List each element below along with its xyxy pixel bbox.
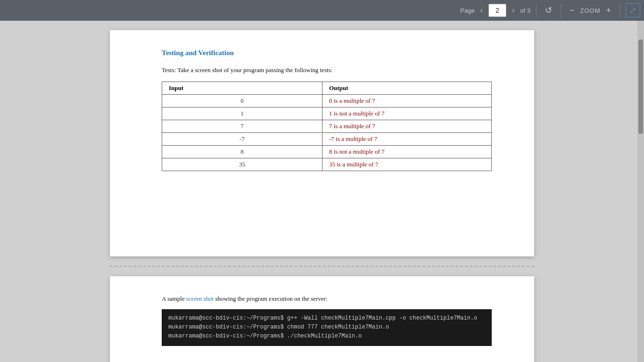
page-card-2: A sample screen shot showing the program… — [110, 276, 534, 362]
zoom-label: ZOOM — [580, 7, 600, 14]
total-pages: of 3 — [520, 7, 530, 14]
fit-button[interactable]: ⤢ — [626, 3, 640, 17]
terminal-intro-after: showing the program execution on the ser… — [214, 295, 328, 302]
table-cell-output: 8 is not a multiple of 7 — [322, 146, 492, 158]
zoom-out-button[interactable]: − — [567, 4, 578, 17]
terminal-intro-before: A sample — [162, 295, 186, 302]
test-table: Input Output 00 is a multiple of 711 is … — [162, 82, 492, 171]
table-cell-input: 0 — [162, 95, 322, 107]
intro-text: Tests: Take a screen shot of your progra… — [162, 66, 482, 74]
scrollbar-thumb[interactable] — [638, 40, 643, 134]
divider-1 — [536, 4, 537, 17]
page-separator — [110, 266, 534, 267]
table-cell-output: -7 is a multiple of 7 — [322, 133, 492, 146]
table-cell-output: 1 is not a multiple of 7 — [322, 107, 492, 120]
terminal-intro: A sample screen shot showing the program… — [162, 295, 482, 303]
table-row: 3535 is a multiple of 7 — [162, 158, 492, 171]
col-input-header: Input — [162, 82, 322, 95]
table-row: 77 is a multiple of 7 — [162, 120, 492, 133]
table-row: 88 is not a multiple of 7 — [162, 146, 492, 158]
divider-3 — [619, 4, 620, 17]
reset-zoom-button[interactable]: ↺ — [542, 3, 555, 17]
table-cell-input: -7 — [162, 133, 322, 146]
page-label: Page — [460, 7, 474, 14]
terminal-line: mukarrama@scc-bdiv-cis:~/Programs$ g++ -… — [168, 314, 485, 323]
terminal-block: mukarrama@scc-bdiv-cis:~/Programs$ g++ -… — [162, 309, 492, 346]
terminal-intro-highlight: screen shot — [186, 295, 214, 302]
prev-page-button[interactable]: ‹ — [478, 4, 486, 16]
page-card-1: Testing and Verification Tests: Take a s… — [110, 30, 534, 256]
terminal-line: mukarrama@scc-bdiv-cis:~/Programs$ chmod… — [168, 323, 485, 332]
table-row: 11 is not a multiple of 7 — [162, 107, 492, 120]
table-cell-input: 1 — [162, 107, 322, 120]
table-cell-output: 0 is a multiple of 7 — [322, 95, 492, 107]
divider-2 — [561, 4, 561, 17]
table-cell-input: 8 — [162, 146, 322, 158]
main-scroll-area[interactable]: Testing and Verification Tests: Take a s… — [0, 21, 644, 362]
table-cell-input: 35 — [162, 158, 322, 171]
table-row: -7-7 is a multiple of 7 — [162, 133, 492, 146]
table-cell-output: 35 is a multiple of 7 — [322, 158, 492, 171]
zoom-in-button[interactable]: + — [603, 4, 614, 17]
next-page-button[interactable]: › — [509, 4, 517, 16]
page-input[interactable] — [488, 4, 506, 17]
table-cell-input: 7 — [162, 120, 322, 133]
col-output-header: Output — [322, 82, 492, 95]
table-row: 00 is a multiple of 7 — [162, 95, 492, 107]
right-scrollbar[interactable] — [637, 21, 644, 362]
section-title: Testing and Verification — [162, 49, 482, 57]
table-header-row: Input Output — [162, 82, 492, 95]
terminal-line: mukarrama@scc-bdiv-cis:~/Programs$ ./che… — [168, 332, 485, 341]
table-cell-output: 7 is a multiple of 7 — [322, 120, 492, 133]
toolbar: Page ‹ › of 3 ↺ − ZOOM + ⤢ — [0, 0, 644, 21]
